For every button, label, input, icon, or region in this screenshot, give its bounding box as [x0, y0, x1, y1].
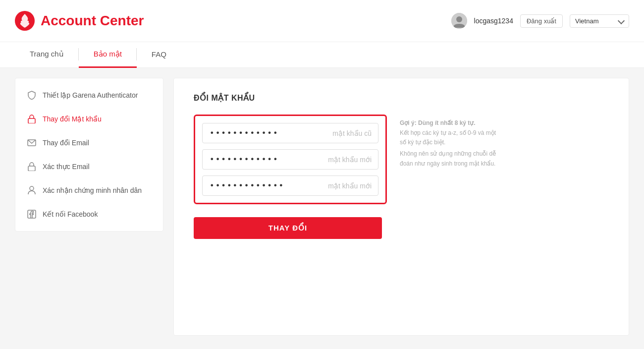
new-password-input[interactable] [202, 149, 378, 170]
tab-faq[interactable]: FAQ [137, 42, 181, 68]
highlight-box: mật khẩu cũ mật khẩu mới mật khẩu mới [194, 115, 387, 204]
chevron-down-icon [618, 17, 625, 24]
sidebar-item-change-email[interactable]: Thay đổi Email [15, 131, 163, 155]
sidebar-item-authenticator-label: Thiết lập Garena Authenticator [43, 91, 138, 99]
verify-lock-icon [27, 162, 37, 172]
hint-line-2: Không nên sử dụng những chuỗi dễ đoán nh… [400, 149, 499, 168]
country-label: Vietnam [575, 17, 598, 25]
sidebar-item-id-verify[interactable]: Xác nhận chứng minh nhân dân [15, 178, 163, 202]
old-password-input[interactable] [202, 123, 378, 143]
app-title: Account Center [41, 13, 144, 29]
sidebar-item-authenticator[interactable]: Thiết lập Garena Authenticator [15, 83, 163, 107]
person-icon [27, 185, 37, 195]
content-area: ĐỔI MẬT KHẨU mật khẩu cũ mật khẩu mới [173, 78, 629, 336]
sidebar-item-change-email-label: Thay đổi Email [43, 139, 89, 147]
svg-point-6 [30, 186, 34, 190]
tab-security[interactable]: Bảo mật [79, 42, 137, 68]
section-title: ĐỔI MẬT KHẨU [194, 93, 609, 103]
logout-button[interactable]: Đăng xuất [520, 14, 563, 28]
sidebar-item-verify-email[interactable]: Xác thực Email [15, 155, 163, 178]
username-label: locgasg1234 [474, 17, 513, 25]
sidebar-item-verify-email-label: Xác thực Email [43, 163, 90, 171]
confirm-password-wrapper: mật khẩu mới [202, 175, 378, 196]
header: Account Center locgasg1234 Đăng xuất Vie… [0, 0, 644, 42]
nav-tabs: Trang chủ Bảo mật FAQ [0, 42, 644, 68]
new-password-wrapper: mật khẩu mới [202, 149, 378, 170]
facebook-icon [27, 209, 37, 219]
svg-point-2 [456, 16, 462, 22]
sidebar-item-facebook-label: Kết nối Facebook [43, 210, 98, 218]
confirm-password-input[interactable] [202, 175, 378, 196]
svg-rect-3 [28, 118, 35, 123]
sidebar: Thiết lập Garena Authenticator Thay đổi … [15, 78, 163, 232]
tab-home[interactable]: Trang chủ [15, 42, 79, 68]
hint-line-1: Kết hợp các ký tự a-z, số 0-9 và một số … [400, 128, 499, 147]
password-form-section: mật khẩu cũ mật khẩu mới mật khẩu mới TH… [194, 115, 609, 239]
email-icon [27, 138, 37, 148]
hint-title: Gợi ý: Dùng ít nhất 8 ký tự. [400, 119, 499, 126]
svg-rect-5 [28, 166, 35, 171]
sidebar-item-change-password-label: Thay đổi Mật khẩu [43, 115, 102, 123]
avatar [451, 13, 467, 29]
main-content: Thiết lập Garena Authenticator Thay đổi … [0, 68, 644, 346]
garena-logo-icon [15, 11, 35, 31]
header-right: locgasg1234 Đăng xuất Vietnam [451, 13, 629, 29]
old-password-wrapper: mật khẩu cũ [202, 123, 378, 143]
hint-area: Gợi ý: Dùng ít nhất 8 ký tự. Kết hợp các… [400, 119, 499, 169]
sidebar-item-change-password[interactable]: Thay đổi Mật khẩu [15, 107, 163, 131]
sidebar-item-id-verify-label: Xác nhận chứng minh nhân dân [43, 186, 142, 194]
shield-icon [27, 90, 37, 100]
header-left: Account Center [15, 11, 144, 31]
sidebar-item-facebook[interactable]: Kết nối Facebook [15, 202, 163, 226]
submit-button[interactable]: THAY ĐỔI [194, 217, 382, 239]
lock-icon [27, 114, 37, 124]
country-selector[interactable]: Vietnam [570, 14, 629, 28]
